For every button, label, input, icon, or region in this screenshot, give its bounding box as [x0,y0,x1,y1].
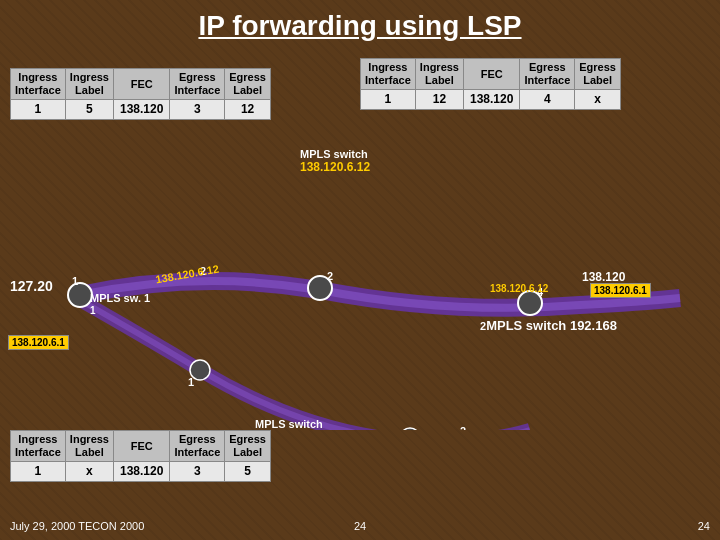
cell-egress-if-2: 4 [520,90,575,109]
mpls-192-label: 2MPLS switch 192.168 [480,318,617,333]
cell-ingress-if-1: 1 [11,100,66,119]
svg-text:2: 2 [460,425,466,430]
col-egress-label-3: EgressLabel [225,431,271,462]
footer-page-number: 24 [354,520,366,532]
col-fec-2: FEC [464,59,520,90]
table-top-right: IngressInterface IngressLabel FEC Egress… [360,58,621,110]
col-egress-interface-2: EgressInterface [520,59,575,90]
col-ingress-label-2: IngressLabel [415,59,463,90]
svg-point-4 [400,428,420,430]
cell-egress-if-1: 3 [170,100,225,119]
cell-ingress-lbl-2: 12 [415,90,463,109]
page-title: IP forwarding using LSP [0,0,720,48]
cell-ingress-lbl-3: x [65,462,113,481]
table-top-left: IngressInterface IngressLabel FEC Egress… [10,68,271,120]
col-ingress-interface-1: IngressInterface [11,69,66,100]
mpls-switch-top-label: MPLS switch 138.120.6.12 [300,148,370,174]
svg-text:2: 2 [327,270,333,282]
col-egress-label-2: EgressLabel [575,59,621,90]
mpls-sw1-label: MPLS sw. 1 1 [90,292,150,316]
badge-138-left: 138.120.6.1 [8,335,69,350]
node-127-label: 127.20 [10,278,53,294]
table-bottom: IngressInterface IngressLabel FEC Egress… [10,430,271,482]
svg-text:1: 1 [72,275,78,287]
cell-fec-3: 138.120 [114,462,170,481]
cell-ingress-if-3: 1 [11,462,66,481]
col-ingress-interface-2: IngressInterface [361,59,416,90]
cell-fec-2: 138.120 [464,90,520,109]
cell-ingress-lbl-1: 5 [65,100,113,119]
col-fec-3: FEC [114,431,170,462]
cell-egress-if-3: 3 [170,462,225,481]
node-138-right-label: 138.120 [582,270,625,284]
col-egress-interface-1: EgressInterface [170,69,225,100]
col-ingress-label-3: IngressLabel [65,431,113,462]
footer-date: July 29, 2000 TECON 2000 [10,520,144,532]
svg-text:1: 1 [188,376,194,388]
col-ingress-interface-3: IngressInterface [11,431,66,462]
cell-ingress-if-2: 1 [361,90,416,109]
col-ingress-label-1: IngressLabel [65,69,113,100]
mpls-switch-bottom-label: MPLS switch [255,418,323,430]
label-138-right: 138.120.6.12 [490,282,548,294]
cell-egress-lbl-3: 5 [225,462,271,481]
col-egress-interface-3: EgressInterface [170,431,225,462]
cell-egress-lbl-2: x [575,90,621,109]
col-fec-1: FEC [114,69,170,100]
col-egress-label-1: EgressLabel [225,69,271,100]
footer-page-number-right: 24 [698,520,710,532]
badge-138-right: 138.120.6.1 [590,283,651,298]
cell-fec-1: 138.120 [114,100,170,119]
cell-egress-lbl-1: 12 [225,100,271,119]
